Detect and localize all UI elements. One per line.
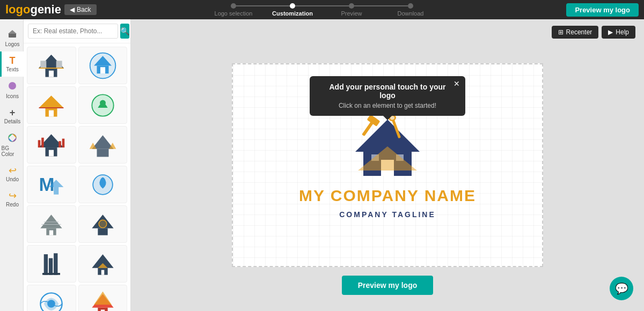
sidebar-item-undo[interactable]: ↩ Undo xyxy=(0,161,24,187)
chat-icon: 💬 xyxy=(615,282,628,295)
steps-bar: Logo selection Customization Preview Dow… xyxy=(204,3,440,17)
tooltip-close-button[interactable]: ✕ xyxy=(453,79,460,88)
recenter-icon: ⊞ xyxy=(558,28,564,36)
step-dot-download xyxy=(408,3,413,9)
canvas-area: ⊞ Recenter ▶ Help ✕ Add your personal to… xyxy=(131,19,644,311)
svg-rect-14 xyxy=(100,67,105,73)
step-preview[interactable]: Preview xyxy=(322,3,381,17)
logos-icon xyxy=(8,29,17,40)
svg-rect-38 xyxy=(49,230,53,235)
sidebar-item-bg-color[interactable]: BG Color xyxy=(0,129,24,161)
search-icon: 🔍 xyxy=(120,27,129,35)
list-item[interactable] xyxy=(78,47,128,84)
list-item[interactable] xyxy=(78,245,128,283)
step-download[interactable]: Download xyxy=(381,3,440,17)
search-button[interactable]: 🔍 xyxy=(120,24,129,39)
step-dot-preview xyxy=(349,3,354,9)
logo-graphic[interactable] xyxy=(345,112,430,181)
list-item[interactable] xyxy=(27,245,76,283)
svg-rect-42 xyxy=(98,228,107,235)
logo-content: MY COMPANY NAME COMPANY TAGLINE xyxy=(299,112,476,219)
tooltip-subtitle: Click on an element to get started! xyxy=(320,102,455,109)
chat-bubble[interactable]: 💬 xyxy=(610,277,633,300)
svg-point-21 xyxy=(100,100,106,106)
svg-rect-45 xyxy=(44,254,48,275)
svg-rect-28 xyxy=(62,138,65,147)
sidebar-item-icons[interactable]: Icons xyxy=(0,77,24,103)
help-button[interactable]: ▶ Help xyxy=(602,26,635,39)
svg-rect-0 xyxy=(9,33,16,38)
svg-marker-57 xyxy=(94,291,112,305)
help-icon: ▶ xyxy=(608,28,613,36)
svg-rect-46 xyxy=(49,258,53,275)
company-name[interactable]: MY COMPANY NAME xyxy=(299,187,476,205)
step-customization[interactable]: Customization xyxy=(263,3,322,17)
bg-color-icon xyxy=(8,133,17,144)
list-item[interactable] xyxy=(78,166,128,203)
svg-rect-27 xyxy=(59,141,62,147)
svg-marker-36 xyxy=(41,214,62,228)
top-navigation: logogenie ◀ Back Logo selection Customiz… xyxy=(0,0,644,19)
svg-rect-24 xyxy=(49,150,54,156)
svg-rect-8 xyxy=(56,61,62,69)
tooltip-bubble: ✕ Add your personal touch to your logo C… xyxy=(310,76,465,116)
canvas-toolbar: ⊞ Recenter ▶ Help xyxy=(552,26,635,39)
main-layout: Logos T Texts Icons + Details xyxy=(0,19,644,311)
svg-rect-48 xyxy=(42,273,60,275)
list-item[interactable]: M xyxy=(27,166,76,203)
texts-icon: T xyxy=(10,56,16,65)
svg-point-2 xyxy=(9,82,16,90)
list-item[interactable] xyxy=(27,205,76,243)
sidebar-item-logos[interactable]: Logos xyxy=(0,25,24,51)
svg-rect-25 xyxy=(38,140,41,147)
logo-panel: 🔍 xyxy=(24,19,131,311)
svg-rect-51 xyxy=(101,270,105,275)
step-logo-selection[interactable]: Logo selection xyxy=(204,3,263,17)
icons-icon xyxy=(8,81,17,92)
svg-rect-47 xyxy=(54,253,57,275)
step-dot xyxy=(231,3,236,9)
left-sidebar: Logos T Texts Icons + Details xyxy=(0,19,24,311)
preview-button-top[interactable]: Preview my logo xyxy=(566,3,639,17)
logo-genie-brand: logogenie ◀ Back xyxy=(5,3,97,17)
svg-rect-26 xyxy=(41,137,44,147)
svg-rect-17 xyxy=(49,110,54,116)
list-item[interactable] xyxy=(27,47,76,84)
back-arrow-icon: ◀ xyxy=(70,6,75,13)
tooltip-title: Add your personal touch to your logo xyxy=(320,83,455,100)
company-tagline[interactable]: COMPANY TAGLINE xyxy=(339,210,436,219)
redo-icon: ↪ xyxy=(9,191,17,201)
list-item[interactable] xyxy=(27,126,76,164)
search-input[interactable] xyxy=(28,24,118,39)
step-dot-active xyxy=(290,3,295,9)
list-item[interactable] xyxy=(27,86,76,124)
preview-button-bottom[interactable]: Preview my logo xyxy=(342,276,433,295)
list-item[interactable] xyxy=(78,126,128,164)
search-bar: 🔍 xyxy=(24,19,130,43)
svg-rect-6 xyxy=(49,70,54,77)
list-item[interactable] xyxy=(27,285,76,311)
svg-marker-1 xyxy=(8,30,17,34)
canvas-wrapper: ✕ Add your personal touch to your logo C… xyxy=(232,63,543,267)
details-icon: + xyxy=(10,108,16,117)
preview-bottom: Preview my logo xyxy=(342,276,433,295)
sidebar-item-texts[interactable]: T Texts xyxy=(0,51,24,77)
undo-icon: ↩ xyxy=(9,166,17,175)
back-button[interactable]: ◀ Back xyxy=(64,4,97,15)
list-item[interactable] xyxy=(78,285,128,311)
sidebar-item-details[interactable]: + Details xyxy=(0,103,24,129)
svg-marker-15 xyxy=(39,95,64,108)
sidebar-item-redo[interactable]: ↪ Redo xyxy=(0,187,24,212)
list-item[interactable] xyxy=(78,86,128,124)
recenter-button[interactable]: ⊞ Recenter xyxy=(552,26,599,39)
svg-rect-7 xyxy=(41,61,47,69)
list-item[interactable] xyxy=(78,205,128,243)
svg-rect-30 xyxy=(97,149,108,157)
logo-grid: M xyxy=(24,43,130,311)
logo-icon: logogenie xyxy=(5,3,61,17)
